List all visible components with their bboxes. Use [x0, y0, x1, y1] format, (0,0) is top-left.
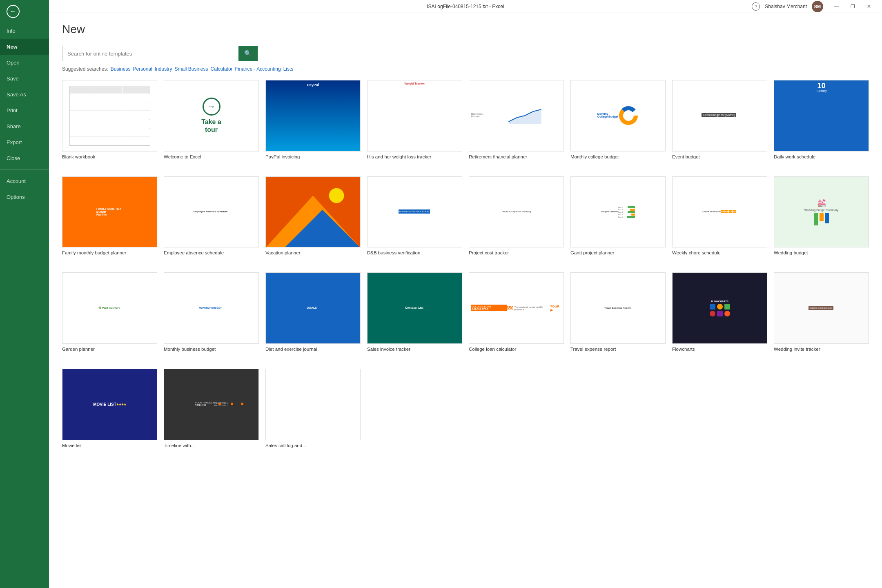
template-paypal[interactable]: PayPal PayPal invoicing: [265, 80, 361, 160]
template-diet[interactable]: GOALS Diet and exercise journal: [265, 272, 361, 352]
template-sales-invoice[interactable]: Contoso, Ltd. Sales invoice tracker: [367, 272, 462, 352]
template-thumb-retirement: Retirement Planner: [469, 80, 564, 151]
template-thumb-garden: 🌿 Plant Inventory: [62, 272, 157, 344]
search-button[interactable]: 🔍: [238, 46, 258, 61]
template-name-paypal: PayPal invoicing: [265, 154, 361, 160]
template-name-college-budget: Monthly college budget: [570, 154, 666, 160]
template-thumb-college-budget: MonthlyCollege Budget: [570, 80, 666, 151]
template-thumb-db: BUSINESS VERIFICATION: [367, 176, 462, 248]
suggested-industry[interactable]: Industry: [155, 66, 172, 72]
template-name-timeline: Timeline with...: [164, 443, 259, 449]
template-thumb-project-cost: Hours & Expense Tracking: [469, 176, 564, 248]
sidebar-item-open[interactable]: Open: [0, 55, 49, 71]
template-garden[interactable]: 🌿 Plant Inventory Garden planner: [62, 272, 157, 352]
window-controls: — ❐ ✕: [828, 0, 877, 13]
template-monthly-biz[interactable]: MONTHLY BUDGET Monthly business budget: [164, 272, 259, 352]
template-name-movie: Movie list: [62, 443, 157, 449]
donut-chart: [618, 105, 639, 126]
template-thumb-blank: [62, 80, 157, 151]
template-name-employee: Employee absence schedule: [164, 250, 259, 256]
template-movie-list[interactable]: MOVIE LIST ⭐⭐⭐⭐ Movie list: [62, 369, 157, 449]
template-name-diet: Diet and exercise journal: [265, 346, 361, 352]
template-name-weight: His and her weight loss tracker: [367, 154, 462, 160]
template-employee-absence[interactable]: Employee Absence Schedule Employee absen…: [164, 176, 259, 256]
template-sales-call[interactable]: Sales call log and...: [265, 369, 361, 449]
suggested-lists[interactable]: Lists: [283, 66, 294, 72]
suggested-personal[interactable]: Personal: [133, 66, 152, 72]
template-travel[interactable]: Travel Expense Report Travel expense rep…: [570, 272, 666, 352]
template-thumb-family-budget: FAMILY MONTHLYBudgetPlanner: [62, 176, 157, 248]
avatar: SM: [812, 1, 823, 12]
sidebar-item-save[interactable]: Save: [0, 71, 49, 87]
template-thumb-timeline: YOUR PROJECTTIMELINE MILESTONE 1MILESTON…: [164, 369, 259, 440]
template-thumb-travel: Travel Expense Report: [570, 272, 666, 344]
sidebar-item-print[interactable]: Print: [0, 102, 49, 118]
template-timeline[interactable]: YOUR PROJECTTIMELINE MILESTONE 1MILESTON…: [164, 369, 259, 449]
template-vacation[interactable]: Vacation planner: [265, 176, 361, 256]
template-gantt[interactable]: Project Planner Task 1 Task 2 Task 3 Tas…: [570, 176, 666, 256]
page-title: New: [62, 23, 869, 36]
template-name-blank: Blank workbook: [62, 154, 157, 160]
template-name-wedding: Wedding budget: [774, 250, 869, 256]
suggested-calculator[interactable]: Calculator: [211, 66, 233, 72]
svg-point-7: [329, 188, 344, 203]
template-chore[interactable]: Chore Schedule SUN MON TUE WED Weekly ch…: [672, 176, 767, 256]
sidebar-item-account[interactable]: Account: [0, 173, 49, 189]
templates-grid-row1: Blank workbook → Take atour Welcome to E…: [62, 80, 869, 176]
back-button[interactable]: ←: [0, 0, 49, 23]
restore-button[interactable]: ❐: [844, 0, 861, 13]
template-wedding-invite[interactable]: wedding invitation tracker Wedding invit…: [774, 272, 869, 352]
template-weight[interactable]: Weight Tracker His and her weight loss t…: [367, 80, 462, 160]
template-name-chore: Weekly chore schedule: [672, 250, 767, 256]
template-name-flowcharts: Flowcharts: [672, 346, 767, 352]
suggested-searches: Suggested searches: Business Personal In…: [62, 66, 869, 72]
template-daily-schedule[interactable]: 10 Tuesday Daily work schedule: [774, 80, 869, 160]
retirement-chart: [488, 107, 561, 124]
template-tour[interactable]: → Take atour Welcome to Excel: [164, 80, 259, 160]
template-name-gantt: Gantt project planner: [570, 250, 666, 256]
minimize-button[interactable]: —: [828, 0, 844, 13]
template-thumb-gantt: Project Planner Task 1 Task 2 Task 3 Tas…: [570, 176, 666, 248]
template-blank-workbook[interactable]: Blank workbook: [62, 80, 157, 160]
help-button[interactable]: ?: [752, 2, 760, 11]
template-thumb-flowchart: FLOWCHARTS: [672, 272, 767, 344]
template-name-monthly-biz: Monthly business budget: [164, 346, 259, 352]
template-name-sales-call: Sales call log and...: [265, 443, 361, 449]
template-db[interactable]: BUSINESS VERIFICATION D&B business verif…: [367, 176, 462, 256]
sidebar-item-export[interactable]: Export: [0, 134, 49, 150]
template-thumb-paypal: PayPal: [265, 80, 361, 151]
sidebar-item-save-as[interactable]: Save As: [0, 87, 49, 102]
template-thumb-sales-call: [265, 369, 361, 440]
template-project-cost[interactable]: Hours & Expense Tracking Project cost tr…: [469, 176, 564, 256]
template-name-project-cost: Project cost tracker: [469, 250, 564, 256]
template-thumb-diet: GOALS: [265, 272, 361, 344]
template-family-budget[interactable]: FAMILY MONTHLYBudgetPlanner Family month…: [62, 176, 157, 256]
template-name-event: Event budget: [672, 154, 767, 160]
template-wedding-budget[interactable]: 💒 Wedding Budget Summary Wedding budget: [774, 176, 869, 256]
template-event-budget[interactable]: Event Budget for [Name] Event budget: [672, 80, 767, 160]
suggested-finance[interactable]: Finance - Accounting: [235, 66, 281, 72]
template-college-loan[interactable]: COLLEGE LOAN CALCULATOR $50, Your contin…: [469, 272, 564, 352]
template-retirement[interactable]: Retirement Planner Retirement financial …: [469, 80, 564, 160]
suggested-small-business[interactable]: Small Business: [175, 66, 208, 72]
vacation-svg: [266, 177, 360, 247]
sidebar-item-info[interactable]: Info: [0, 23, 49, 39]
template-thumb-employee: Employee Absence Schedule: [164, 176, 259, 248]
sidebar-item-share[interactable]: Share: [0, 118, 49, 134]
sidebar-item-new[interactable]: New: [0, 39, 49, 55]
title-bar-title: ISALogFile-040815-1215.txt - Excel: [427, 4, 504, 9]
sidebar: ← Info New Open Save Save As Print Share…: [0, 0, 49, 588]
template-thumb-college-loan: COLLEGE LOAN CALCULATOR $50, Your contin…: [469, 272, 564, 344]
search-input[interactable]: [62, 47, 238, 60]
suggested-business[interactable]: Business: [111, 66, 131, 72]
template-thumb-wedding-invite: wedding invitation tracker: [774, 272, 869, 344]
template-name-daily: Daily work schedule: [774, 154, 869, 160]
sidebar-item-options[interactable]: Options: [0, 189, 49, 205]
template-college-budget[interactable]: MonthlyCollege Budget Monthly college bu…: [570, 80, 666, 160]
title-bar-right: ? Shaishav Merchant SM — ❐ ✕: [752, 0, 877, 13]
close-button[interactable]: ✕: [861, 0, 877, 13]
template-flowcharts[interactable]: FLOWCHARTS Flowcharts: [672, 272, 767, 352]
back-arrow-icon: ←: [7, 5, 20, 18]
sidebar-item-close[interactable]: Close: [0, 150, 49, 166]
template-thumb-sales-inv: Contoso, Ltd.: [367, 272, 462, 344]
